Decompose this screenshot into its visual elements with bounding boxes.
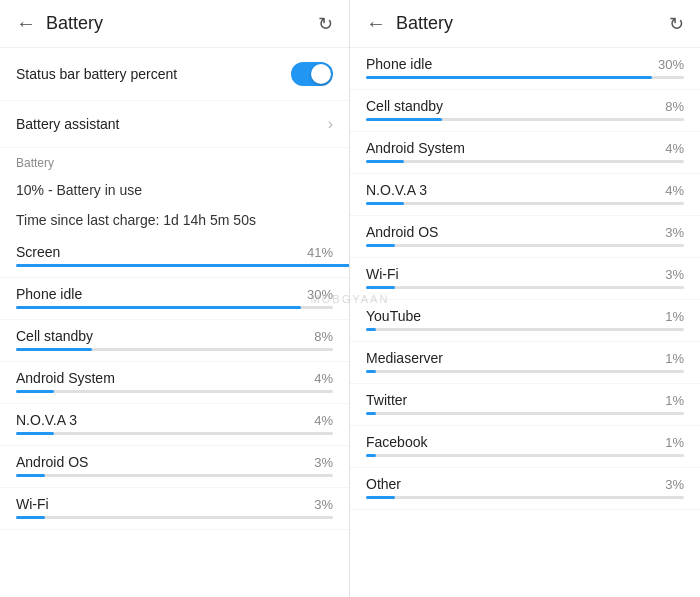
bar-track [16, 474, 333, 477]
bar-fill [366, 202, 404, 205]
status-bar-toggle[interactable] [291, 62, 333, 86]
item-name: Wi-Fi [366, 266, 399, 282]
bar-fill [366, 244, 395, 247]
item-percent: 1% [665, 393, 684, 408]
right-battery-list: Phone idle 30% Cell standby 8% Android S… [350, 48, 700, 510]
battery-status: 10% - Battery in use [0, 172, 349, 202]
bar-track [366, 370, 684, 373]
item-name: Cell standby [16, 328, 93, 344]
status-bar-toggle-row: Status bar battery percent [0, 48, 349, 101]
bar-track [366, 160, 684, 163]
bar-track [366, 118, 684, 121]
battery-section-label: Battery [0, 148, 349, 172]
item-percent: 3% [314, 497, 333, 512]
item-name: Facebook [366, 434, 427, 450]
item-percent: 4% [314, 413, 333, 428]
item-name: Android OS [16, 454, 88, 470]
item-name: Other [366, 476, 401, 492]
left-panel: ← Battery ↻ Status bar battery percent B… [0, 0, 350, 597]
bar-fill [16, 390, 54, 393]
bar-fill [366, 496, 395, 499]
item-name: Twitter [366, 392, 407, 408]
item-percent: 8% [665, 99, 684, 114]
item-name: Phone idle [16, 286, 82, 302]
bar-track [16, 306, 333, 309]
item-percent: 4% [665, 183, 684, 198]
time-since-charge: Time since last charge: 1d 14h 5m 50s [0, 202, 349, 236]
item-name: YouTube [366, 308, 421, 324]
right-back-button[interactable]: ← [366, 12, 386, 35]
item-percent: 3% [665, 267, 684, 282]
bar-track [16, 390, 333, 393]
list-item: N.O.V.A 3 4% [350, 174, 700, 216]
battery-assistant-row[interactable]: Battery assistant › [0, 101, 349, 148]
list-item: Phone idle 30% [350, 48, 700, 90]
list-item: Twitter 1% [350, 384, 700, 426]
item-percent: 4% [665, 141, 684, 156]
item-name: Phone idle [366, 56, 432, 72]
bar-fill [366, 118, 442, 121]
list-item: Android OS 3% [350, 216, 700, 258]
item-name: Mediaserver [366, 350, 443, 366]
list-item: Mediaserver 1% [350, 342, 700, 384]
bar-track [16, 348, 333, 351]
bar-track [366, 328, 684, 331]
list-item: Android OS 3% [0, 446, 349, 488]
chevron-right-icon: › [328, 115, 333, 133]
bar-fill [16, 264, 350, 267]
bar-fill [16, 516, 45, 519]
item-percent: 1% [665, 435, 684, 450]
item-name: Android OS [366, 224, 438, 240]
list-item: Other 3% [350, 468, 700, 510]
bar-fill [16, 306, 301, 309]
item-percent: 4% [314, 371, 333, 386]
item-name: N.O.V.A 3 [366, 182, 427, 198]
right-panel: ← Battery ↻ Phone idle 30% Cell standby … [350, 0, 700, 597]
item-name: Screen [16, 244, 60, 260]
item-name: Android System [366, 140, 465, 156]
list-item: Facebook 1% [350, 426, 700, 468]
item-name: Wi-Fi [16, 496, 49, 512]
right-refresh-button[interactable]: ↻ [669, 13, 684, 35]
bar-track [366, 286, 684, 289]
item-percent: 1% [665, 309, 684, 324]
item-percent: 30% [658, 57, 684, 72]
bar-fill [16, 348, 92, 351]
bar-track [366, 454, 684, 457]
item-name: Cell standby [366, 98, 443, 114]
left-battery-list: Screen 41% Phone idle 30% Cell standby 8… [0, 236, 349, 530]
item-name: N.O.V.A 3 [16, 412, 77, 428]
bar-fill [366, 370, 376, 373]
list-item: Wi-Fi 3% [350, 258, 700, 300]
bar-fill [16, 432, 54, 435]
left-back-button[interactable]: ← [16, 12, 36, 35]
bar-fill [366, 286, 395, 289]
list-item: Screen 41% [0, 236, 349, 278]
bar-track [16, 264, 333, 267]
list-item: Phone idle 30% [0, 278, 349, 320]
status-bar-toggle-label: Status bar battery percent [16, 66, 177, 82]
item-percent: 3% [665, 477, 684, 492]
bar-track [366, 202, 684, 205]
item-name: Android System [16, 370, 115, 386]
bar-track [16, 516, 333, 519]
right-header: ← Battery ↻ [350, 0, 700, 48]
bar-fill [366, 412, 376, 415]
list-item: YouTube 1% [350, 300, 700, 342]
bar-fill [366, 454, 376, 457]
list-item: Android System 4% [0, 362, 349, 404]
bar-fill [366, 160, 404, 163]
list-item: Android System 4% [350, 132, 700, 174]
bar-track [366, 244, 684, 247]
bar-track [366, 76, 684, 79]
list-item: Cell standby 8% [350, 90, 700, 132]
bar-track [16, 432, 333, 435]
item-percent: 41% [307, 245, 333, 260]
bar-track [366, 412, 684, 415]
left-refresh-button[interactable]: ↻ [318, 13, 333, 35]
item-percent: 3% [314, 455, 333, 470]
list-item: N.O.V.A 3 4% [0, 404, 349, 446]
bar-track [366, 496, 684, 499]
bar-fill [16, 474, 45, 477]
left-header: ← Battery ↻ [0, 0, 349, 48]
